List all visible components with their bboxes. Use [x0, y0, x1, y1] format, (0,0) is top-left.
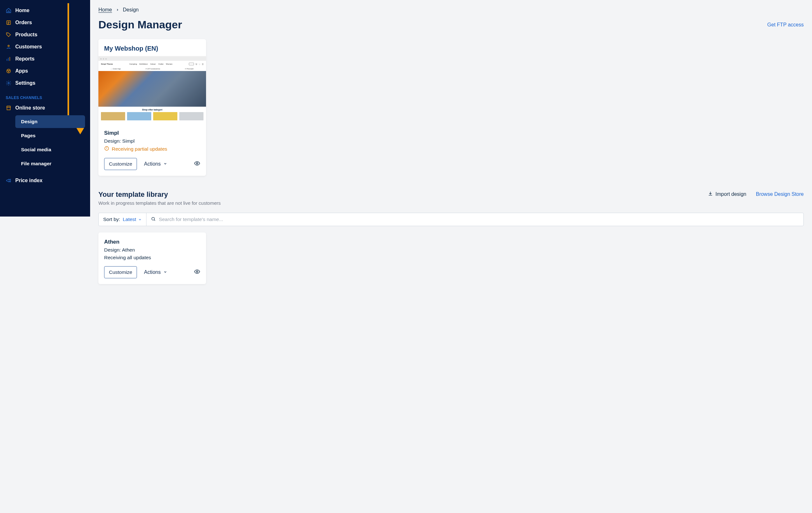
search-icon	[151, 217, 156, 223]
nav-price-index[interactable]: Price index	[0, 174, 90, 187]
download-icon	[708, 191, 713, 197]
subnav-label: Pages	[21, 133, 36, 139]
warning-icon	[104, 146, 109, 152]
nav-reports[interactable]: Reports	[0, 53, 90, 65]
nav-apps[interactable]: Apps	[0, 65, 90, 77]
theme-preview: Simpl Theme Camping Exhibition Indoor Ou…	[98, 56, 206, 125]
nav-label: Home	[15, 8, 29, 13]
tag-icon	[6, 32, 11, 37]
update-status: Receiving partial updates	[104, 146, 200, 152]
nav-label: Orders	[15, 20, 32, 26]
actions-dropdown[interactable]: Actions	[144, 161, 167, 167]
library-title: Your template library	[98, 191, 221, 199]
svg-point-6	[8, 71, 9, 72]
theme-name: Athen	[104, 239, 200, 245]
actions-dropdown[interactable]: Actions	[144, 269, 167, 275]
person-icon	[6, 44, 11, 50]
preview-brand: Simpl Theme	[101, 63, 113, 65]
subnav-social-media[interactable]: Social media	[15, 143, 85, 156]
nav-label: Online store	[15, 105, 45, 111]
chevron-right-icon	[116, 7, 119, 12]
nav-label: Reports	[15, 56, 34, 62]
svg-point-2	[8, 45, 9, 47]
browse-store-link[interactable]: Browse Design Store	[756, 191, 804, 197]
svg-point-4	[8, 70, 8, 71]
sort-label: Sort by:	[103, 217, 120, 222]
svg-point-1	[7, 33, 8, 34]
section-label: SALES CHANNELS	[0, 89, 90, 102]
nav-home[interactable]: Home	[0, 4, 90, 17]
subnav-file-manager[interactable]: File manager	[15, 157, 85, 170]
home-icon	[6, 8, 11, 13]
active-theme-card: My Webshop (EN) Simpl Theme Camping Exhi…	[98, 39, 206, 176]
library-subtitle: Work in progress templates that are not …	[98, 200, 221, 206]
chevron-down-icon	[163, 161, 167, 167]
breadcrumb: Home Design	[98, 7, 804, 13]
nav-online-store[interactable]: Online store	[0, 102, 90, 114]
subnav-label: File manager	[21, 161, 52, 167]
preview-eye-button[interactable]	[194, 268, 200, 276]
chevron-down-icon	[163, 269, 167, 275]
chart-icon	[6, 56, 11, 62]
nav-label: Apps	[15, 68, 28, 74]
nav-products[interactable]: Products	[0, 29, 90, 41]
nav-label: Price index	[15, 178, 42, 183]
svg-point-3	[7, 69, 10, 73]
megaphone-icon	[6, 178, 11, 183]
template-search-input[interactable]	[159, 217, 799, 222]
filter-bar: Sort by: Latest	[98, 213, 804, 226]
subnav-pages[interactable]: Pages	[15, 129, 85, 142]
theme-name: Simpl	[104, 130, 200, 136]
svg-point-11	[197, 271, 198, 273]
svg-point-10	[151, 217, 154, 220]
ftp-access-link[interactable]: Get FTP access	[767, 22, 804, 28]
preview-eye-button[interactable]	[194, 160, 200, 168]
svg-point-9	[197, 163, 198, 164]
nav-settings[interactable]: Settings	[0, 77, 90, 89]
chevron-down-icon	[138, 218, 142, 221]
library-theme-card: Athen Design: Athen Receiving all update…	[98, 232, 206, 284]
import-design-button[interactable]: Import design	[708, 191, 746, 197]
design-line: Design: Simpl	[104, 138, 200, 144]
nav-label: Settings	[15, 80, 35, 86]
sidebar: Home Orders Products Customers Reports	[0, 0, 90, 217]
subnav-label: Social media	[21, 147, 51, 152]
svg-point-7	[8, 83, 9, 84]
customize-button[interactable]: Customize	[104, 266, 137, 278]
nav-orders[interactable]: Orders	[0, 17, 90, 29]
shop-name: My Webshop (EN)	[98, 39, 206, 56]
customize-button[interactable]: Customize	[104, 158, 137, 170]
nav-label: Customers	[15, 44, 42, 50]
design-line: Design: Athen	[104, 247, 200, 253]
update-status: Receiving all updates	[104, 255, 200, 260]
subnav-design[interactable]: Design	[15, 115, 85, 128]
nav-customers[interactable]: Customers	[0, 41, 90, 53]
orders-icon	[6, 20, 11, 26]
svg-point-5	[9, 70, 9, 71]
subnav-label: Design	[21, 119, 37, 124]
sort-dropdown[interactable]: Latest	[123, 217, 141, 222]
apps-icon	[6, 68, 11, 74]
main-content: Home Design Design Manager Get FTP acces…	[90, 0, 812, 513]
nav-label: Products	[15, 32, 37, 37]
page-title: Design Manager	[98, 19, 182, 31]
store-icon	[6, 105, 11, 111]
gear-icon	[6, 80, 11, 86]
breadcrumb-home[interactable]: Home	[98, 7, 112, 13]
breadcrumb-current: Design	[123, 7, 139, 13]
